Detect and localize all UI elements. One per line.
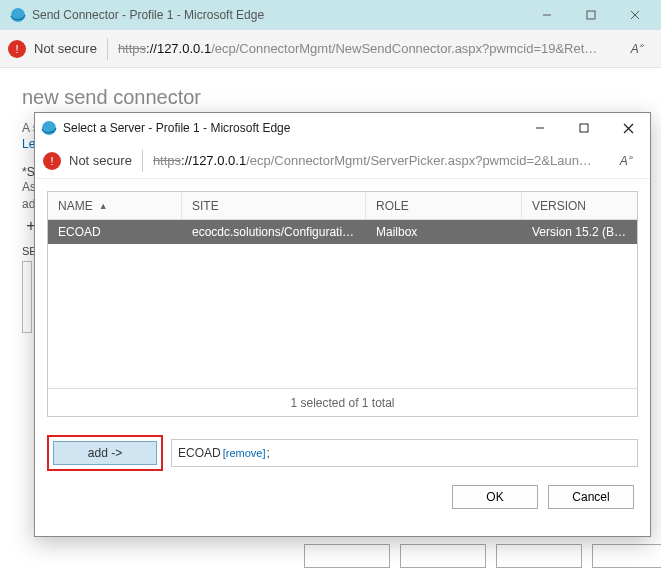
not-secure-label: Not secure — [34, 41, 97, 56]
column-site[interactable]: SITE — [182, 192, 366, 219]
bg-button-2 — [400, 544, 486, 568]
ok-button[interactable]: OK — [452, 485, 538, 509]
modal-title: Select a Server - Profile 1 - Microsoft … — [63, 121, 518, 135]
url-host: ://127.0.0.1 — [146, 41, 211, 56]
parent-window-title: Send Connector - Profile 1 - Microsoft E… — [32, 8, 525, 22]
read-aloud-icon[interactable]: A» — [612, 153, 642, 168]
column-site-label: SITE — [192, 199, 219, 213]
selected-server-name: ECOAD — [178, 446, 221, 460]
grid-footer-text: 1 selected of 1 total — [290, 396, 394, 410]
url-protocol: https — [153, 153, 181, 168]
svg-rect-2 — [587, 11, 595, 19]
not-secure-icon: ! — [8, 40, 26, 58]
add-button[interactable]: add -> — [53, 441, 157, 465]
remove-link[interactable]: [remove] — [223, 447, 266, 459]
wizard-buttons-background — [304, 544, 661, 568]
modal-minimize-button[interactable] — [518, 113, 562, 143]
select-server-dialog: Select a Server - Profile 1 - Microsoft … — [34, 112, 651, 537]
cell-name: ECOAD — [48, 225, 182, 239]
cell-version: Version 15.2 (Build… — [522, 225, 637, 239]
close-button[interactable] — [613, 0, 657, 30]
bg-button-4 — [592, 544, 661, 568]
divider — [107, 38, 108, 60]
url-host: ://127.0.0.1 — [181, 153, 246, 168]
semicolon: ; — [266, 446, 269, 460]
url-path: /ecp/ConnectorMgmt/ServerPicker.aspx?pwm… — [246, 153, 592, 168]
server-grid: NAME ▲ SITE ROLE VERSION ECOAD ecocdc.so… — [47, 191, 638, 417]
grid-footer: 1 selected of 1 total — [48, 388, 637, 416]
modal-address-bar: ! Not secure https://127.0.0.1/ecp/Conne… — [35, 143, 650, 179]
modal-maximize-button[interactable] — [562, 113, 606, 143]
cell-role: Mailbox — [366, 225, 522, 239]
modal-titlebar: Select a Server - Profile 1 - Microsoft … — [35, 113, 650, 143]
grid-body: ECOAD ecocdc.solutions/Configuratio… Mai… — [48, 220, 637, 388]
url-path: /ecp/ConnectorMgmt/NewSendConnector.aspx… — [211, 41, 597, 56]
minimize-button[interactable] — [525, 0, 569, 30]
server-list-fragment — [22, 261, 32, 333]
edge-icon — [10, 7, 26, 23]
modal-close-button[interactable] — [606, 113, 650, 143]
column-role[interactable]: ROLE — [366, 192, 522, 219]
bg-button-3 — [496, 544, 582, 568]
column-version-label: VERSION — [532, 199, 586, 213]
table-row[interactable]: ECOAD ecocdc.solutions/Configuratio… Mai… — [48, 220, 637, 244]
column-version[interactable]: VERSION — [522, 192, 637, 219]
column-name[interactable]: NAME ▲ — [48, 192, 182, 219]
read-aloud-icon[interactable]: A» — [623, 41, 653, 56]
modal-url[interactable]: https://127.0.0.1/ecp/ConnectorMgmt/Serv… — [153, 153, 612, 168]
grid-header: NAME ▲ SITE ROLE VERSION — [48, 192, 637, 220]
not-secure-icon: ! — [43, 152, 61, 170]
bg-button-1 — [304, 544, 390, 568]
cell-site: ecocdc.solutions/Configuratio… — [182, 225, 366, 239]
add-button-highlight: add -> — [47, 435, 163, 471]
cancel-button[interactable]: Cancel — [548, 485, 634, 509]
edge-icon — [41, 120, 57, 136]
dialog-buttons: OK Cancel — [47, 471, 638, 521]
column-name-label: NAME — [58, 199, 93, 213]
parent-url[interactable]: https://127.0.0.1/ecp/ConnectorMgmt/NewS… — [118, 41, 623, 56]
parent-window-titlebar: Send Connector - Profile 1 - Microsoft E… — [0, 0, 661, 30]
svg-rect-7 — [580, 124, 588, 132]
parent-address-bar: ! Not secure https://127.0.0.1/ecp/Conne… — [0, 30, 661, 68]
page-title: new send connector — [22, 86, 639, 109]
add-row: add -> ECOAD [remove] ; — [47, 435, 638, 471]
selected-servers-box[interactable]: ECOAD [remove] ; — [171, 439, 638, 467]
maximize-button[interactable] — [569, 0, 613, 30]
sort-asc-icon: ▲ — [99, 201, 108, 211]
not-secure-label: Not secure — [69, 153, 132, 168]
url-protocol: https — [118, 41, 146, 56]
divider — [142, 150, 143, 172]
column-role-label: ROLE — [376, 199, 409, 213]
modal-body: NAME ▲ SITE ROLE VERSION ECOAD ecocdc.so… — [35, 179, 650, 536]
